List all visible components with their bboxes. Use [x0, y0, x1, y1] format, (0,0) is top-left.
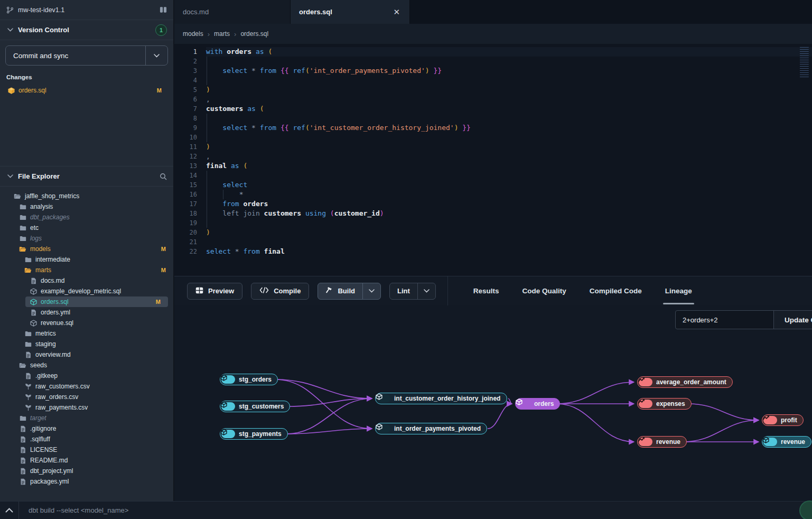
tree-item-orders.sql[interactable]: orders.sqlM: [25, 296, 168, 307]
dbt-command-input[interactable]: dbt build --select <model_name>: [19, 506, 812, 514]
close-icon[interactable]: ✕: [392, 7, 401, 17]
code-line[interactable]: ,: [206, 95, 812, 104]
tree-item-docs.md[interactable]: docs.md: [0, 275, 173, 286]
code-editor[interactable]: 12345678910111213141516171819202122 with…: [174, 44, 812, 276]
tree-item-LICENSE[interactable]: LICENSE: [0, 444, 173, 455]
changed-file-orders.sql[interactable]: orders.sqlM: [5, 85, 168, 96]
tree-item-orders.yml[interactable]: orders.yml: [0, 307, 173, 318]
panel-tab-lineage[interactable]: Lineage: [654, 276, 704, 306]
code-line[interactable]: left join customers using (customer_id): [206, 209, 812, 218]
tree-item-.gitignore[interactable]: .gitignore: [0, 423, 173, 434]
tree-item-metrics[interactable]: metrics: [0, 328, 173, 339]
preview-button[interactable]: Preview: [187, 283, 242, 300]
lineage-node-int_order_payments_pivoted[interactable]: int_order_payments_pivoted: [375, 423, 487, 434]
line-number: 11: [174, 142, 197, 152]
tree-item-seeds[interactable]: seeds: [0, 360, 173, 370]
panel-tab-results[interactable]: Results: [462, 276, 511, 306]
tree-item-dbt_packages[interactable]: dbt_packages: [0, 212, 173, 223]
tree-item-target[interactable]: target: [0, 413, 173, 423]
commit-and-sync-button[interactable]: Commit and sync: [5, 45, 168, 66]
code-line[interactable]: customers as (: [206, 104, 812, 114]
tree-item-label: .gitkeep: [35, 372, 173, 379]
code-line[interactable]: select * from {{ ref('int_order_payments…: [206, 66, 812, 76]
tree-item-.sqlfluff[interactable]: .sqlfluff: [0, 434, 173, 444]
tree-item-staging[interactable]: staging: [0, 339, 173, 349]
breadcrumb-item[interactable]: marts: [214, 30, 230, 38]
update-graph-button[interactable]: Update G: [773, 311, 812, 329]
tree-item-overview.md[interactable]: overview.md: [0, 349, 173, 360]
tab-orders.sql[interactable]: orders.sql✕: [291, 0, 410, 24]
tab-docs.md[interactable]: docs.md: [174, 0, 291, 24]
code-line[interactable]: select * from final: [206, 247, 812, 256]
project-name: mw-test-idev1.1: [18, 6, 155, 14]
tree-item-logs[interactable]: logs: [0, 233, 173, 244]
code-line[interactable]: ,: [206, 152, 812, 161]
tree-item-etc[interactable]: etc: [0, 223, 173, 233]
commit-options-dropdown[interactable]: [145, 46, 167, 65]
lineage-node-int_customer_order_history_joined[interactable]: int_customer_order_history_joined: [375, 393, 507, 404]
tree-item-label: LICENSE: [30, 446, 173, 453]
tree-item-.gitkeep[interactable]: .gitkeep: [0, 370, 173, 381]
code-line[interactable]: final as (: [206, 161, 812, 171]
lineage-node-expenses[interactable]: expenses: [637, 398, 692, 410]
code-content[interactable]: with orders as ( select * from {{ ref('i…: [206, 47, 812, 276]
code-line[interactable]: ): [206, 142, 812, 152]
code-line[interactable]: from orders: [206, 199, 812, 209]
version-control-header[interactable]: Version Control 1: [0, 20, 173, 40]
lineage-node-revenue[interactable]: revenue: [762, 436, 811, 448]
compile-button[interactable]: Compile: [251, 283, 309, 300]
panel-tab-code-quality[interactable]: Code Quality: [511, 276, 578, 306]
tree-item-jaffle_shop_metrics[interactable]: jaffle_shop_metrics: [0, 191, 173, 201]
tree-item-analysis[interactable]: analysis: [0, 201, 173, 212]
code-line[interactable]: select: [206, 180, 812, 190]
tree-item-label: orders.yml: [41, 309, 173, 316]
code-line[interactable]: [206, 237, 812, 247]
code-line[interactable]: [206, 133, 812, 142]
lineage-node-orders[interactable]: orders: [515, 398, 560, 410]
lint-options-dropdown[interactable]: [417, 283, 435, 299]
lineage-node-stg_payments[interactable]: stg_payments: [220, 428, 288, 440]
code-line[interactable]: [206, 57, 812, 66]
code-line[interactable]: select * from {{ ref('int_customer_order…: [206, 123, 812, 133]
lint-button-group: Lint: [389, 283, 436, 300]
file-explorer-header[interactable]: File Explorer: [0, 166, 173, 187]
code-line[interactable]: [206, 218, 812, 228]
lineage-node-stg_orders[interactable]: stg_orders: [220, 374, 278, 385]
build-options-dropdown[interactable]: [362, 283, 380, 299]
code-line[interactable]: ): [206, 85, 812, 95]
lineage-selector-input[interactable]: 2+orders+2: [676, 311, 773, 329]
tree-item-packages.yml[interactable]: packages.yml: [0, 476, 173, 487]
tree-item-raw_payments.csv[interactable]: raw_payments.csv: [0, 402, 173, 413]
panel-tab-compiled-code[interactable]: Compiled Code: [578, 276, 654, 306]
code-line[interactable]: [206, 76, 812, 85]
minimap[interactable]: [798, 46, 810, 78]
tree-item-marts[interactable]: martsM: [0, 265, 173, 275]
breadcrumb-item[interactable]: models: [183, 30, 203, 38]
lineage-node-average_order_amount[interactable]: average_order_amount: [637, 376, 733, 388]
tree-item-example_develop_metric.sql[interactable]: example_develop_metric.sql: [0, 286, 173, 296]
chevron-up-icon[interactable]: [0, 502, 19, 519]
status-indicator[interactable]: [799, 501, 812, 519]
code-line[interactable]: [206, 171, 812, 180]
code-line[interactable]: *: [206, 190, 812, 199]
code-line[interactable]: [206, 114, 812, 123]
tree-item-raw_orders.csv[interactable]: raw_orders.csv: [0, 392, 173, 402]
build-button[interactable]: Build: [318, 283, 362, 299]
tree-item-models[interactable]: modelsM: [0, 244, 173, 254]
tree-item-revenue.sql[interactable]: revenue.sql: [0, 318, 173, 328]
tree-item-raw_customers.csv[interactable]: raw_customers.csv: [0, 381, 173, 392]
code-line[interactable]: ): [206, 228, 812, 237]
lineage-graph[interactable]: stg_ordersstg_customersstg_paymentsint_c…: [174, 305, 812, 501]
lint-button[interactable]: Lint: [390, 283, 417, 299]
lineage-node-stg_customers[interactable]: stg_customers: [220, 401, 290, 412]
indent-guide: [207, 209, 207, 218]
panel-columns-icon[interactable]: [160, 6, 167, 14]
lineage-node-profit[interactable]: profit: [762, 414, 804, 426]
tree-item-intermediate[interactable]: intermediate: [0, 254, 173, 265]
lineage-node-revenue[interactable]: revenue: [637, 436, 687, 448]
breadcrumb-item[interactable]: orders.sql: [240, 30, 268, 38]
code-line[interactable]: with orders as (: [206, 47, 812, 57]
tree-item-README.md[interactable]: README.md: [0, 455, 173, 466]
tree-item-dbt_project.yml[interactable]: dbt_project.yml: [0, 466, 173, 476]
search-icon[interactable]: [160, 173, 167, 180]
